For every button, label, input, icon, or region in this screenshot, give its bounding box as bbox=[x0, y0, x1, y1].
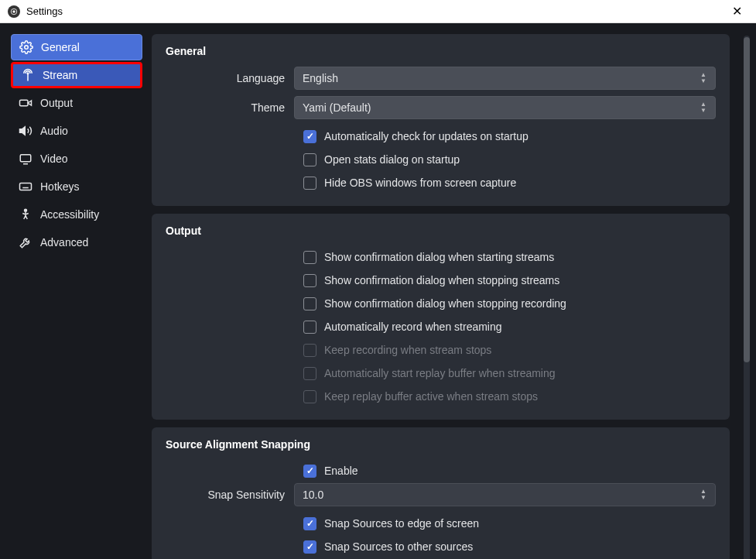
antenna-icon bbox=[21, 68, 35, 82]
sidebar-item-audio[interactable]: Audio bbox=[11, 118, 142, 144]
section-snapping: Source Alignment Snapping Enable Snap Se… bbox=[152, 427, 730, 559]
chk-snap-other[interactable]: Snap Sources to other sources bbox=[303, 536, 716, 557]
chk-snap-enable[interactable]: Enable bbox=[303, 460, 716, 482]
theme-value: Yami (Default) bbox=[303, 101, 371, 114]
chk-auto-replay: Automatically start replay buffer when s… bbox=[303, 362, 716, 384]
sidebar-item-advanced[interactable]: Advanced bbox=[11, 229, 142, 255]
section-general: General Language English ▲▼ Theme Yami (… bbox=[152, 34, 730, 206]
checkbox-icon bbox=[303, 390, 316, 403]
sidebar-item-label: Accessibility bbox=[40, 208, 99, 221]
checkbox-icon bbox=[303, 177, 316, 190]
close-button[interactable]: ✕ bbox=[726, 1, 748, 22]
sidebar-item-label: Stream bbox=[43, 69, 77, 81]
language-label: Language bbox=[166, 72, 294, 84]
chk-keep-recording: Keep recording when stream stops bbox=[303, 339, 716, 361]
sidebar: General Stream Output Audio Video bbox=[11, 34, 142, 559]
chk-hideobs[interactable]: Hide OBS windows from screen capture bbox=[303, 172, 716, 194]
scrollbar-thumb[interactable] bbox=[744, 37, 750, 362]
content-pane: General Language English ▲▼ Theme Yami (… bbox=[152, 34, 734, 559]
speaker-icon bbox=[19, 124, 32, 138]
monitor-icon bbox=[19, 152, 32, 166]
keyboard-icon bbox=[19, 180, 32, 194]
sidebar-item-label: Advanced bbox=[40, 236, 88, 249]
app-icon bbox=[8, 5, 20, 18]
chk-hideobs-label: Hide OBS windows from screen capture bbox=[324, 177, 516, 189]
checkbox-icon bbox=[303, 153, 316, 166]
chk-keep-replay-label: Keep replay buffer active when stream st… bbox=[324, 390, 538, 403]
chk-auto-replay-label: Automatically start replay buffer when s… bbox=[324, 367, 556, 379]
chk-keep-replay: Keep replay buffer active when stream st… bbox=[303, 386, 716, 407]
chk-auto-record-label: Automatically record when streaming bbox=[324, 321, 502, 333]
sidebar-item-accessibility[interactable]: Accessibility bbox=[11, 201, 142, 228]
svg-rect-8 bbox=[20, 155, 31, 162]
checkbox-icon bbox=[303, 344, 316, 357]
section-title-output: Output bbox=[166, 225, 716, 237]
accessibility-icon bbox=[19, 207, 32, 221]
window-title: Settings bbox=[26, 5, 63, 17]
chk-stop-recording-label: Show confirmation dialog when stopping r… bbox=[324, 297, 566, 310]
tools-icon bbox=[19, 235, 32, 249]
window-body: General Stream Output Audio Video bbox=[0, 23, 756, 559]
gear-icon bbox=[19, 40, 33, 54]
row-snap-sensitivity: Snap Sensitivity 10.0 ▲▼ bbox=[166, 483, 716, 506]
checkbox-icon bbox=[303, 274, 316, 287]
checkbox-icon bbox=[303, 367, 316, 380]
sidebar-item-hotkeys[interactable]: Hotkeys bbox=[11, 173, 142, 200]
sidebar-item-label: Audio bbox=[40, 125, 68, 137]
theme-label: Theme bbox=[166, 101, 294, 114]
section-title-snapping: Source Alignment Snapping bbox=[166, 438, 716, 451]
chk-stop-recording[interactable]: Show confirmation dialog when stopping r… bbox=[303, 293, 716, 314]
theme-select[interactable]: Yami (Default) ▲▼ bbox=[294, 96, 716, 119]
svg-point-1 bbox=[13, 10, 15, 12]
chk-stop-streams[interactable]: Show confirmation dialog when stopping s… bbox=[303, 269, 716, 291]
sidebar-item-label: Hotkeys bbox=[40, 180, 80, 193]
titlebar: Settings ✕ bbox=[0, 0, 756, 23]
checkbox-icon bbox=[303, 130, 316, 143]
chk-auto-record[interactable]: Automatically record when streaming bbox=[303, 316, 716, 338]
checkbox-icon bbox=[303, 251, 316, 264]
checkbox-icon bbox=[303, 517, 316, 530]
chk-start-streams-label: Show confirmation dialog when starting s… bbox=[324, 251, 554, 263]
svg-point-16 bbox=[25, 209, 27, 211]
chevron-updown-icon: ▲▼ bbox=[698, 67, 709, 89]
sidebar-item-stream[interactable]: Stream bbox=[11, 62, 142, 88]
chevron-updown-icon: ▲▼ bbox=[698, 484, 709, 506]
chk-keep-recording-label: Keep recording when stream stops bbox=[324, 344, 491, 356]
svg-marker-7 bbox=[20, 127, 26, 135]
snap-sensitivity-value: 10.0 bbox=[303, 489, 323, 501]
snap-sensitivity-input[interactable]: 10.0 ▲▼ bbox=[294, 483, 716, 506]
row-theme: Theme Yami (Default) ▲▼ bbox=[166, 96, 716, 119]
svg-point-3 bbox=[27, 73, 29, 74]
vertical-scrollbar[interactable] bbox=[744, 36, 750, 559]
sidebar-item-label: General bbox=[41, 41, 80, 53]
svg-rect-10 bbox=[20, 183, 32, 190]
chk-snap-edge-label: Snap Sources to edge of screen bbox=[324, 517, 479, 530]
sidebar-item-label: Video bbox=[40, 153, 68, 165]
titlebar-left: Settings bbox=[8, 5, 63, 18]
svg-point-2 bbox=[25, 46, 29, 50]
sidebar-item-general[interactable]: General bbox=[11, 34, 142, 60]
checkbox-icon bbox=[303, 297, 316, 310]
chk-stats[interactable]: Open stats dialog on startup bbox=[303, 149, 716, 170]
section-title-general: General bbox=[166, 45, 716, 57]
chevron-updown-icon: ▲▼ bbox=[698, 97, 709, 118]
chk-stop-streams-label: Show confirmation dialog when stopping s… bbox=[324, 274, 559, 286]
sidebar-item-output[interactable]: Output bbox=[11, 90, 142, 116]
language-select[interactable]: English ▲▼ bbox=[294, 67, 716, 90]
chk-snap-other-label: Snap Sources to other sources bbox=[324, 540, 473, 553]
row-language: Language English ▲▼ bbox=[166, 67, 716, 90]
language-value: English bbox=[303, 72, 338, 84]
chk-updates[interactable]: Automatically check for updates on start… bbox=[303, 125, 716, 147]
chk-start-streams[interactable]: Show confirmation dialog when starting s… bbox=[303, 246, 716, 268]
svg-rect-5 bbox=[20, 100, 29, 106]
checkbox-icon bbox=[303, 321, 316, 334]
snap-sensitivity-label: Snap Sensitivity bbox=[166, 489, 294, 501]
chk-updates-label: Automatically check for updates on start… bbox=[324, 130, 529, 142]
chk-snap-enable-label: Enable bbox=[324, 465, 358, 477]
section-output: Output Show confirmation dialog when sta… bbox=[152, 214, 730, 420]
chk-stats-label: Open stats dialog on startup bbox=[324, 153, 460, 166]
checkbox-icon bbox=[303, 465, 316, 478]
sidebar-item-label: Output bbox=[40, 97, 73, 109]
sidebar-item-video[interactable]: Video bbox=[11, 146, 142, 172]
chk-snap-edge[interactable]: Snap Sources to edge of screen bbox=[303, 513, 716, 534]
